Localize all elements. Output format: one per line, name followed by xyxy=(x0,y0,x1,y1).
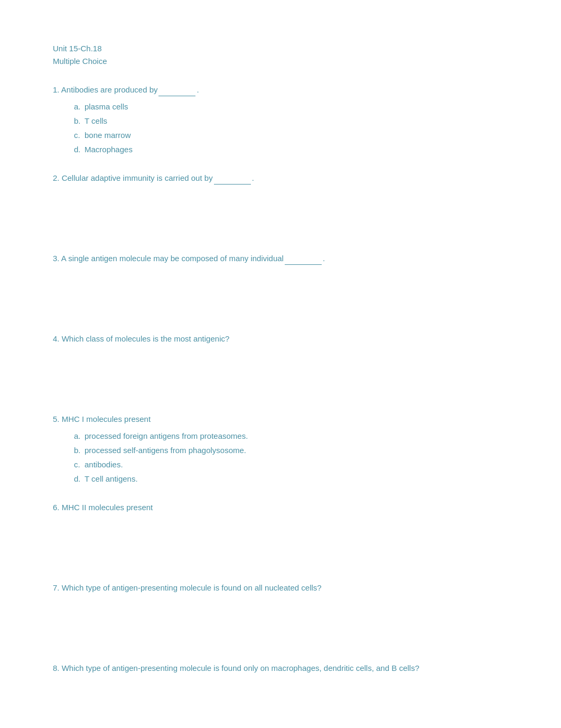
question-text-before-4: Which class of molecules is the most ant… xyxy=(62,334,230,343)
option-item-1-3: c.bone marrow xyxy=(74,129,508,142)
question-block-5: 5. MHC I molecules presenta.processed fo… xyxy=(53,413,508,485)
option-item-5-2: b.processed self-antigens from phagolyso… xyxy=(74,444,508,457)
question-number-4: 4. xyxy=(53,334,62,343)
question-number-3: 3. xyxy=(53,254,61,263)
question-text-before-5: MHC I molecules present xyxy=(62,414,151,423)
question-number-8: 8. xyxy=(53,664,62,672)
option-label-1-2: b. xyxy=(74,115,85,127)
option-item-1-4: d.Macrophages xyxy=(74,143,508,156)
spacer-3 xyxy=(53,269,508,317)
question-text-before-6: MHC II molecules present xyxy=(62,503,153,512)
option-text-5-3: antibodies. xyxy=(85,460,123,469)
options-list-1: a.plasma cellsb.T cellsc.bone marrowd.Ma… xyxy=(53,100,508,156)
question-text-8: 8. Which type of antigen-presenting mole… xyxy=(53,662,508,675)
option-text-5-2: processed self-antigens from phagolysoso… xyxy=(85,446,246,455)
question-number-7: 7. xyxy=(53,583,62,592)
question-number-6: 6. xyxy=(53,503,62,512)
question-text-4: 4. Which class of molecules is the most … xyxy=(53,333,508,345)
option-label-5-3: c. xyxy=(74,458,85,471)
option-label-1-1: a. xyxy=(74,100,85,113)
option-text-5-4: T cell antigens. xyxy=(85,474,138,483)
question-text-3: 3. A single antigen molecule may be comp… xyxy=(53,252,508,265)
question-text-7: 7. Which type of antigen-presenting mole… xyxy=(53,582,508,594)
questions-container: 1. Antibodies are produced by.a.plasma c… xyxy=(53,84,508,675)
option-text-1-4: Macrophages xyxy=(85,145,133,154)
answer-blank-2 xyxy=(214,177,251,185)
options-list-5: a.processed foreign antigens from protea… xyxy=(53,430,508,485)
question-text-before-2: Cellular adaptive immunity is carried ou… xyxy=(62,173,213,182)
question-block-6: 6. MHC II molecules present xyxy=(53,501,508,566)
spacer-4 xyxy=(53,349,508,397)
question-text-before-1: Antibodies are produced by xyxy=(61,85,158,94)
option-text-1-1: plasma cells xyxy=(85,102,128,111)
option-label-1-3: c. xyxy=(74,129,85,142)
option-item-5-4: d.T cell antigens. xyxy=(74,473,508,485)
option-text-5-1: processed foreign antigens from proteaso… xyxy=(85,431,248,440)
question-number-2: 2. xyxy=(53,173,62,182)
option-text-1-3: bone marrow xyxy=(85,131,131,140)
option-item-1-2: b.T cells xyxy=(74,115,508,127)
option-label-5-2: b. xyxy=(74,444,85,457)
question-text-before-7: Which type of antigen-presenting molecul… xyxy=(62,583,322,592)
question-text-after-2: . xyxy=(252,173,254,182)
option-item-5-1: a.processed foreign antigens from protea… xyxy=(74,430,508,443)
question-text-after-3: . xyxy=(323,254,325,263)
question-text-5: 5. MHC I molecules present xyxy=(53,413,508,426)
question-block-8: 8. Which type of antigen-presenting mole… xyxy=(53,662,508,675)
question-number-5: 5. xyxy=(53,414,62,423)
option-label-5-4: d. xyxy=(74,473,85,485)
option-item-1-1: a.plasma cells xyxy=(74,100,508,113)
option-label-1-4: d. xyxy=(74,143,85,156)
question-text-1: 1. Antibodies are produced by. xyxy=(53,84,508,96)
page-header: Unit 15-Ch.18 Multiple Choice xyxy=(53,42,508,68)
answer-blank-3 xyxy=(285,257,322,265)
unit-title: Unit 15-Ch.18 xyxy=(53,42,508,55)
question-text-before-3: A single antigen molecule may be compose… xyxy=(61,254,284,263)
question-text-6: 6. MHC II molecules present xyxy=(53,501,508,514)
option-item-5-3: c.antibodies. xyxy=(74,458,508,471)
spacer-7 xyxy=(53,598,508,646)
option-label-5-1: a. xyxy=(74,430,85,443)
question-block-2: 2. Cellular adaptive immunity is carried… xyxy=(53,172,508,236)
question-text-2: 2. Cellular adaptive immunity is carried… xyxy=(53,172,508,185)
question-text-before-8: Which type of antigen-presenting molecul… xyxy=(62,664,419,672)
option-text-1-2: T cells xyxy=(85,116,107,125)
question-block-4: 4. Which class of molecules is the most … xyxy=(53,333,508,397)
question-block-1: 1. Antibodies are produced by.a.plasma c… xyxy=(53,84,508,156)
question-number-1: 1. xyxy=(53,85,61,94)
question-block-3: 3. A single antigen molecule may be comp… xyxy=(53,252,508,317)
spacer-6 xyxy=(53,518,508,566)
answer-blank-1 xyxy=(158,89,195,96)
section-title: Multiple Choice xyxy=(53,55,508,68)
spacer-2 xyxy=(53,189,508,236)
question-text-after-1: . xyxy=(197,85,199,94)
question-block-7: 7. Which type of antigen-presenting mole… xyxy=(53,582,508,646)
